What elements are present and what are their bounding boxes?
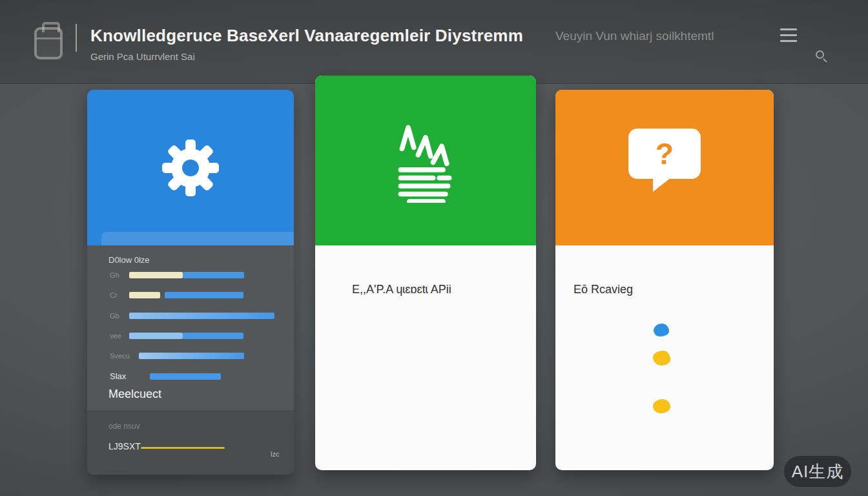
help-card-header: ?	[555, 90, 774, 245]
stat-bar-segment	[129, 313, 274, 319]
stats-section-title: D0low 0łze	[108, 255, 150, 265]
panel-note-text: lzc	[271, 450, 279, 458]
chat-blob-yellow-icon	[653, 351, 670, 366]
header-divider	[76, 24, 77, 52]
stat-row-label: Slax	[110, 371, 126, 381]
help-card-body: Eō Rcavieg	[555, 245, 774, 470]
stat-row-label: Gh	[110, 271, 119, 279]
header-highlight-strip	[101, 232, 294, 245]
api-card-header	[315, 76, 536, 245]
stat-row: Gb	[87, 312, 294, 320]
stat-bar-segment	[139, 353, 244, 359]
api-card-body: E,,A'P.A ɥɩɛɒɛtɩ APii	[315, 245, 536, 470]
stat-bar-segment	[183, 333, 243, 339]
stat-bar-segment	[129, 292, 160, 298]
header-bar: Knowlledgeruce BaseXerl Vanaaregemleir D…	[0, 0, 868, 84]
gear-icon	[160, 137, 222, 199]
panel-hint-text: ode nsuv	[108, 422, 140, 431]
stat-row: Slax	[87, 373, 294, 380]
api-card[interactable]: E,,A'P.A ɥɩɛɒɛtɩ APii	[315, 76, 536, 470]
stat-bar-segment	[129, 272, 183, 278]
ai-generated-watermark: AI生成	[784, 456, 851, 487]
panel-value-text: LJ9SXT	[108, 441, 141, 451]
chat-blob-blue-icon	[654, 324, 669, 336]
question-bubble-icon: ?	[628, 129, 701, 179]
page-title: Knowlledgeruce BaseXerl Vanaaregemleir D…	[90, 26, 523, 46]
search-icon[interactable]	[816, 50, 829, 63]
stat-row-label: Svecu	[110, 352, 130, 360]
settings-card-body: D0low 0łze GhCrGbveeSvecuSlax Meelcuect …	[87, 245, 294, 475]
stat-bar-segment	[165, 292, 243, 298]
settings-card-header	[87, 90, 294, 245]
stat-row: Gh	[87, 271, 294, 279]
settings-bottom-panel: ode nsuv LJ9SXT lzc	[87, 410, 294, 475]
stat-row: vee	[87, 332, 294, 340]
stat-bar-segment	[183, 272, 244, 278]
user-info-text: Veuyin Vun whiarj soilkhtemtl	[555, 29, 714, 43]
menu-icon[interactable]	[780, 28, 797, 43]
stat-bar-segment	[129, 333, 183, 339]
stats-footer-label: Meelcuect	[108, 388, 161, 401]
stat-row-label: vee	[110, 332, 121, 340]
settings-card[interactable]: D0low 0łze GhCrGbveeSvecuSlax Meelcuect …	[87, 90, 294, 475]
panel-underline	[141, 447, 225, 449]
question-mark: ?	[656, 139, 674, 169]
stat-row: Svecu	[87, 352, 294, 360]
chat-blob-yellow-icon	[653, 399, 670, 413]
stat-row: Cr	[87, 291, 294, 299]
api-card-title: E,,A'P.A ɥɩɛɒɛtɩ APii	[352, 283, 451, 296]
stat-row-label: Gb	[110, 312, 119, 320]
page-subtitle: Gerin Pca Uturrvlent Sai	[90, 51, 195, 62]
help-card[interactable]: ? Eō Rcavieg	[555, 90, 774, 470]
help-card-title: Eō Rcavieg	[574, 283, 633, 296]
stat-row-label: Cr	[110, 291, 118, 299]
stat-bar-segment	[150, 373, 221, 380]
document-lines-icon	[392, 119, 459, 203]
app-logo-briefcase-icon	[34, 27, 63, 59]
